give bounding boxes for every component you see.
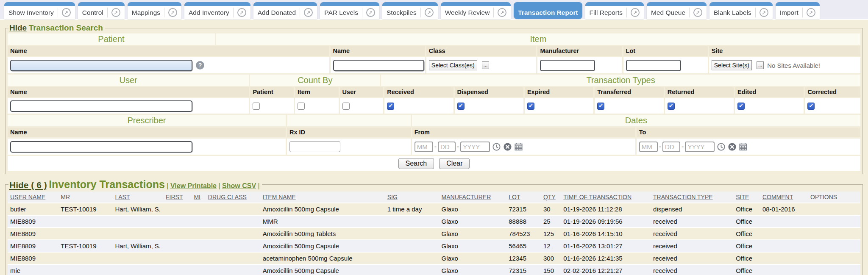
hide-results-link[interactable]: Hide ( 6 ) <box>9 180 47 190</box>
received-checkbox[interactable] <box>387 103 394 110</box>
transferred-label: Transferred <box>595 87 663 97</box>
popout-icon[interactable]: ↗ <box>631 8 640 17</box>
select-classes-button[interactable]: Select Class(es) <box>429 60 477 70</box>
cell-sig <box>385 264 439 275</box>
user-label: User <box>340 87 384 97</box>
from-month-input[interactable] <box>415 142 433 152</box>
column-header-lot[interactable]: LOT <box>506 192 541 203</box>
tab-fill-reports[interactable]: Fill Reports ↗ <box>585 2 644 19</box>
from-date-group: - - <box>415 142 523 152</box>
popout-icon[interactable]: ↗ <box>760 8 768 17</box>
clock-icon[interactable] <box>492 142 501 151</box>
edited-checkbox[interactable] <box>737 103 745 110</box>
table-row: butlerTEST-10019Hart, William, S.Amoxici… <box>8 203 860 215</box>
lot-input[interactable] <box>626 60 681 71</box>
transferred-checkbox[interactable] <box>597 103 604 110</box>
tab-par-levels[interactable]: PAR Levels ↗ <box>320 2 379 19</box>
popout-icon[interactable]: ↗ <box>693 8 702 17</box>
clear-button[interactable]: Clear <box>439 158 470 169</box>
tab-med-queue[interactable]: Med Queue ↗ <box>647 2 707 19</box>
corrected-checkbox-cell <box>805 98 860 114</box>
from-day-input[interactable] <box>438 142 456 152</box>
from-year-input[interactable] <box>460 142 490 152</box>
column-header-manufacturer[interactable]: MANUFACTURER <box>439 192 506 203</box>
to-month-input[interactable] <box>639 142 658 152</box>
cell-lot: 88888 <box>506 215 541 228</box>
cell-comment <box>760 264 808 275</box>
hide-search-link[interactable]: Hide <box>9 23 27 32</box>
calendar-icon[interactable] <box>739 142 748 151</box>
tab-transaction-report[interactable]: Transaction Report ↗ <box>514 2 582 19</box>
to-day-input[interactable] <box>662 142 680 152</box>
tab-divider <box>493 8 494 17</box>
class-ellipsis-button[interactable]: ... <box>482 61 489 69</box>
tab-top-accent <box>320 2 379 6</box>
popout-icon[interactable]: ↗ <box>168 8 177 17</box>
column-header-site[interactable]: SITE <box>733 192 760 203</box>
search-button[interactable]: Search <box>398 158 434 169</box>
column-header-drug-class[interactable]: DRUG CLASS <box>206 192 260 203</box>
column-header-last[interactable]: LAST <box>113 192 164 203</box>
item-name-input[interactable] <box>333 60 424 71</box>
column-header-time-of-transaction[interactable]: TIME OF TRANSACTION <box>561 192 651 203</box>
view-printable-link[interactable]: View Printable <box>170 182 217 189</box>
column-header-transaction-type[interactable]: TRANSACTION TYPE <box>651 192 733 203</box>
column-header-user-name[interactable]: USER NAME <box>8 192 58 203</box>
tab-import[interactable]: Import ↗ <box>776 2 820 19</box>
prescriber-name-input[interactable] <box>10 141 192 153</box>
help-icon[interactable]: ? <box>196 61 204 69</box>
tab-add-inventory[interactable]: Add Inventory ↗ <box>184 2 250 19</box>
column-header-comment[interactable]: COMMENT <box>760 192 808 203</box>
select-sites-button[interactable]: Select Site(s) <box>712 60 752 70</box>
column-header-qty[interactable]: QTY <box>541 192 561 203</box>
show-csv-link[interactable]: Show CSV <box>222 182 256 189</box>
tab-control[interactable]: Control ↗ <box>78 2 125 19</box>
tab-blank-labels[interactable]: Blank Labels ↗ <box>709 2 773 19</box>
column-header-mi[interactable]: MI <box>191 192 205 203</box>
tab-mappings[interactable]: Mappings ↗ <box>128 2 181 19</box>
tab-weekly-review[interactable]: Weekly Review ↗ <box>441 2 511 19</box>
prescriber-name-label: Name <box>8 128 286 137</box>
popout-icon[interactable]: ↗ <box>62 8 71 17</box>
user-checkbox[interactable] <box>342 103 350 110</box>
tab-divider <box>300 8 300 17</box>
manufacturer-input[interactable] <box>540 60 595 71</box>
column-header-first[interactable]: FIRST <box>163 192 191 203</box>
cell-user-name: butler <box>8 203 58 215</box>
popout-icon[interactable]: ↗ <box>498 8 506 17</box>
to-year-input[interactable] <box>685 142 715 152</box>
dispensed-checkbox[interactable] <box>457 103 465 110</box>
popout-icon[interactable]: ↗ <box>111 8 120 17</box>
popout-icon[interactable]: ↗ <box>807 8 815 17</box>
tab-stockpiles[interactable]: Stockpiles ↗ <box>382 2 438 19</box>
clock-icon[interactable] <box>717 142 726 151</box>
received-checkbox-cell <box>384 98 453 114</box>
expired-checkbox[interactable] <box>527 103 534 110</box>
tab-top-accent <box>78 2 125 6</box>
clear-date-icon[interactable] <box>728 142 737 151</box>
patient-name-input[interactable] <box>10 60 192 71</box>
cell-mr <box>58 215 112 228</box>
cell-item-name: Amoxicillin 500mg Capsule <box>260 264 385 275</box>
popout-icon[interactable]: ↗ <box>237 8 246 17</box>
popout-icon[interactable]: ↗ <box>425 8 434 17</box>
returned-checkbox[interactable] <box>668 103 675 110</box>
tab-show-inventory[interactable]: Show Inventory ↗ <box>4 2 75 19</box>
item-checkbox[interactable] <box>298 103 305 110</box>
corrected-checkbox[interactable] <box>807 103 815 110</box>
patient-checkbox[interactable] <box>253 103 260 110</box>
tab-label: Blank Labels <box>714 9 751 17</box>
clear-date-icon[interactable] <box>503 142 512 151</box>
column-header-item-name[interactable]: ITEM NAME <box>260 192 385 203</box>
popout-icon[interactable]: ↗ <box>304 8 313 17</box>
popout-icon[interactable]: ↗ <box>366 8 375 17</box>
site-ellipsis-button[interactable]: ... <box>757 61 764 69</box>
column-header-sig[interactable]: SIG <box>385 192 439 203</box>
user-name-input[interactable] <box>10 100 192 112</box>
calendar-icon[interactable] <box>514 142 523 151</box>
tab-add-donated[interactable]: Add Donated ↗ <box>253 2 317 19</box>
cell-manufacturer: Glaxo <box>439 203 506 215</box>
rx-id-input[interactable] <box>289 141 340 152</box>
cell-last: Hart, William, S. <box>113 203 164 215</box>
cell-item-name: Amoxicillin 500mg Capsule <box>260 203 385 215</box>
